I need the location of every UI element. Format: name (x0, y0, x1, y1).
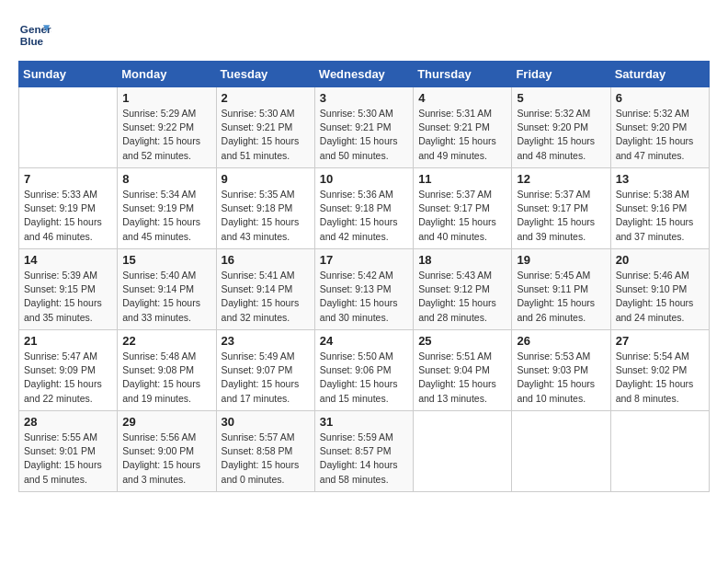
day-info: Sunrise: 5:30 AM Sunset: 9:21 PM Dayligh… (222, 107, 310, 163)
day-info: Sunrise: 5:48 AM Sunset: 9:08 PM Dayligh… (122, 350, 210, 406)
day-number: 29 (122, 415, 210, 429)
calendar-cell: 29Sunrise: 5:56 AM Sunset: 9:00 PM Dayli… (118, 411, 216, 492)
svg-text:Blue: Blue (20, 35, 44, 47)
day-number: 7 (24, 172, 112, 186)
calendar-cell: 14Sunrise: 5:39 AM Sunset: 9:15 PM Dayli… (19, 249, 118, 330)
week-row-5: 28Sunrise: 5:55 AM Sunset: 9:01 PM Dayli… (19, 411, 710, 492)
day-info: Sunrise: 5:47 AM Sunset: 9:09 PM Dayligh… (24, 350, 112, 406)
day-info: Sunrise: 5:37 AM Sunset: 9:17 PM Dayligh… (517, 188, 605, 244)
day-number: 8 (122, 172, 210, 186)
day-info: Sunrise: 5:59 AM Sunset: 8:57 PM Dayligh… (320, 431, 408, 487)
weekday-header-wednesday: Wednesday (314, 62, 413, 87)
day-info: Sunrise: 5:49 AM Sunset: 9:07 PM Dayligh… (222, 350, 310, 406)
day-info: Sunrise: 5:54 AM Sunset: 9:02 PM Dayligh… (616, 350, 704, 406)
day-number: 2 (222, 91, 310, 105)
day-info: Sunrise: 5:46 AM Sunset: 9:10 PM Dayligh… (616, 269, 704, 325)
calendar-table: SundayMondayTuesdayWednesdayThursdayFrid… (18, 61, 710, 492)
calendar-cell: 21Sunrise: 5:47 AM Sunset: 9:09 PM Dayli… (19, 330, 118, 411)
calendar-cell: 8Sunrise: 5:34 AM Sunset: 9:19 PM Daylig… (118, 168, 216, 249)
day-number: 26 (517, 334, 605, 348)
day-info: Sunrise: 5:32 AM Sunset: 9:20 PM Dayligh… (517, 107, 605, 163)
calendar-cell (414, 411, 512, 492)
day-number: 24 (320, 334, 408, 348)
weekday-header-thursday: Thursday (414, 62, 512, 87)
calendar-cell: 27Sunrise: 5:54 AM Sunset: 9:02 PM Dayli… (610, 330, 709, 411)
day-info: Sunrise: 5:57 AM Sunset: 8:58 PM Dayligh… (222, 431, 310, 487)
calendar-cell: 17Sunrise: 5:42 AM Sunset: 9:13 PM Dayli… (314, 249, 413, 330)
day-info: Sunrise: 5:31 AM Sunset: 9:21 PM Dayligh… (418, 107, 506, 163)
calendar-cell: 30Sunrise: 5:57 AM Sunset: 8:58 PM Dayli… (216, 411, 314, 492)
day-info: Sunrise: 5:34 AM Sunset: 9:19 PM Dayligh… (122, 188, 210, 244)
day-number: 14 (24, 253, 112, 267)
day-number: 10 (320, 172, 408, 186)
day-info: Sunrise: 5:40 AM Sunset: 9:14 PM Dayligh… (122, 269, 210, 325)
calendar-cell: 22Sunrise: 5:48 AM Sunset: 9:08 PM Dayli… (118, 330, 216, 411)
day-number: 31 (320, 415, 408, 429)
calendar-cell: 26Sunrise: 5:53 AM Sunset: 9:03 PM Dayli… (512, 330, 610, 411)
weekday-header-monday: Monday (118, 62, 216, 87)
week-row-1: 1Sunrise: 5:29 AM Sunset: 9:22 PM Daylig… (19, 87, 710, 168)
day-number: 6 (616, 91, 704, 105)
weekday-header-sunday: Sunday (19, 62, 118, 87)
day-number: 16 (222, 253, 310, 267)
day-info: Sunrise: 5:42 AM Sunset: 9:13 PM Dayligh… (320, 269, 408, 325)
day-number: 21 (24, 334, 112, 348)
calendar-cell: 4Sunrise: 5:31 AM Sunset: 9:21 PM Daylig… (414, 87, 512, 168)
calendar-cell: 6Sunrise: 5:32 AM Sunset: 9:20 PM Daylig… (610, 87, 709, 168)
day-info: Sunrise: 5:36 AM Sunset: 9:18 PM Dayligh… (320, 188, 408, 244)
day-info: Sunrise: 5:53 AM Sunset: 9:03 PM Dayligh… (517, 350, 605, 406)
calendar-cell: 31Sunrise: 5:59 AM Sunset: 8:57 PM Dayli… (314, 411, 413, 492)
day-info: Sunrise: 5:39 AM Sunset: 9:15 PM Dayligh… (24, 269, 112, 325)
day-number: 3 (320, 91, 408, 105)
logo-icon: General Blue (18, 18, 51, 52)
calendar-cell: 15Sunrise: 5:40 AM Sunset: 9:14 PM Dayli… (118, 249, 216, 330)
day-number: 17 (320, 253, 408, 267)
calendar-cell: 19Sunrise: 5:45 AM Sunset: 9:11 PM Dayli… (512, 249, 610, 330)
calendar-cell: 13Sunrise: 5:38 AM Sunset: 9:16 PM Dayli… (610, 168, 709, 249)
day-info: Sunrise: 5:32 AM Sunset: 9:20 PM Dayligh… (616, 107, 704, 163)
calendar-cell: 20Sunrise: 5:46 AM Sunset: 9:10 PM Dayli… (610, 249, 709, 330)
logo: General Blue (18, 18, 55, 52)
day-info: Sunrise: 5:51 AM Sunset: 9:04 PM Dayligh… (418, 350, 506, 406)
calendar-cell: 16Sunrise: 5:41 AM Sunset: 9:14 PM Dayli… (216, 249, 314, 330)
week-row-3: 14Sunrise: 5:39 AM Sunset: 9:15 PM Dayli… (19, 249, 710, 330)
day-number: 18 (418, 253, 506, 267)
calendar-cell: 11Sunrise: 5:37 AM Sunset: 9:17 PM Dayli… (414, 168, 512, 249)
day-info: Sunrise: 5:33 AM Sunset: 9:19 PM Dayligh… (24, 188, 112, 244)
day-info: Sunrise: 5:56 AM Sunset: 9:00 PM Dayligh… (122, 431, 210, 487)
calendar-cell: 5Sunrise: 5:32 AM Sunset: 9:20 PM Daylig… (512, 87, 610, 168)
calendar-cell: 9Sunrise: 5:35 AM Sunset: 9:18 PM Daylig… (216, 168, 314, 249)
week-row-4: 21Sunrise: 5:47 AM Sunset: 9:09 PM Dayli… (19, 330, 710, 411)
day-number: 1 (122, 91, 210, 105)
weekday-header-friday: Friday (512, 62, 610, 87)
day-info: Sunrise: 5:35 AM Sunset: 9:18 PM Dayligh… (222, 188, 310, 244)
calendar-cell (512, 411, 610, 492)
calendar-cell: 25Sunrise: 5:51 AM Sunset: 9:04 PM Dayli… (414, 330, 512, 411)
day-info: Sunrise: 5:30 AM Sunset: 9:21 PM Dayligh… (320, 107, 408, 163)
weekday-header-row: SundayMondayTuesdayWednesdayThursdayFrid… (19, 62, 710, 87)
day-info: Sunrise: 5:45 AM Sunset: 9:11 PM Dayligh… (517, 269, 605, 325)
day-number: 30 (222, 415, 310, 429)
week-row-2: 7Sunrise: 5:33 AM Sunset: 9:19 PM Daylig… (19, 168, 710, 249)
day-number: 25 (418, 334, 506, 348)
day-number: 20 (616, 253, 704, 267)
day-info: Sunrise: 5:55 AM Sunset: 9:01 PM Dayligh… (24, 431, 112, 487)
day-number: 12 (517, 172, 605, 186)
day-number: 13 (616, 172, 704, 186)
day-number: 4 (418, 91, 506, 105)
calendar-cell: 10Sunrise: 5:36 AM Sunset: 9:18 PM Dayli… (314, 168, 413, 249)
day-number: 23 (222, 334, 310, 348)
day-number: 27 (616, 334, 704, 348)
weekday-header-saturday: Saturday (610, 62, 709, 87)
calendar-cell: 28Sunrise: 5:55 AM Sunset: 9:01 PM Dayli… (19, 411, 118, 492)
day-number: 28 (24, 415, 112, 429)
day-number: 5 (517, 91, 605, 105)
calendar-cell: 7Sunrise: 5:33 AM Sunset: 9:19 PM Daylig… (19, 168, 118, 249)
day-number: 11 (418, 172, 506, 186)
day-info: Sunrise: 5:37 AM Sunset: 9:17 PM Dayligh… (418, 188, 506, 244)
day-info: Sunrise: 5:41 AM Sunset: 9:14 PM Dayligh… (222, 269, 310, 325)
day-info: Sunrise: 5:38 AM Sunset: 9:16 PM Dayligh… (616, 188, 704, 244)
calendar-cell: 2Sunrise: 5:30 AM Sunset: 9:21 PM Daylig… (216, 87, 314, 168)
weekday-header-tuesday: Tuesday (216, 62, 314, 87)
day-info: Sunrise: 5:29 AM Sunset: 9:22 PM Dayligh… (122, 107, 210, 163)
